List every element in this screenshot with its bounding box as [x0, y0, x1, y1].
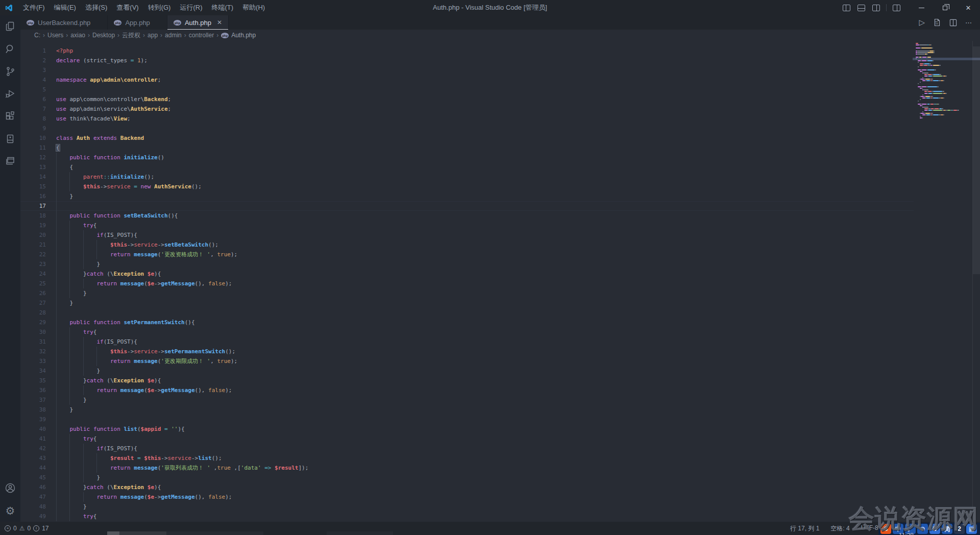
- toggle-sidebar-icon[interactable]: [843, 5, 850, 11]
- menu-item[interactable]: 编辑(E): [50, 0, 81, 15]
- menu-item[interactable]: 运行(R): [175, 0, 207, 15]
- run-code-icon[interactable]: 01 10: [933, 18, 941, 27]
- minimap-chip: [943, 98, 944, 99]
- token: ->: [100, 183, 107, 190]
- line-number: 35: [20, 376, 46, 385]
- line-number: 43: [20, 453, 46, 463]
- vscode-window: 文件(F)编辑(E)选择(S)查看(V)转到(G)运行(R)终端(T)帮助(H)…: [0, 0, 980, 535]
- line-number: 49: [20, 512, 46, 521]
- minimap-chip: [922, 104, 926, 105]
- breadcrumb-item[interactable]: Desktop: [92, 32, 115, 39]
- indent-guide: [69, 482, 70, 492]
- breadcrumb-item[interactable]: 云授权: [122, 31, 140, 40]
- toggle-secondary-sidebar-icon[interactable]: [872, 5, 880, 11]
- cursor-position[interactable]: 行 17, 列 1: [790, 524, 819, 533]
- editor-actions: ▷ 01 10 ⋯: [919, 15, 980, 30]
- tab-Auth.php[interactable]: phpAuth.php✕: [167, 15, 229, 30]
- minimap-chip: [933, 76, 942, 77]
- breadcrumb-item[interactable]: C:: [34, 32, 40, 39]
- line-number: 48: [20, 502, 46, 512]
- indentation-setting[interactable]: 空格: 4: [830, 524, 849, 533]
- breadcrumb-item[interactable]: controller: [189, 32, 214, 39]
- menu-item[interactable]: 终端(T): [207, 0, 238, 15]
- run-icon[interactable]: ▷: [919, 18, 925, 27]
- token: message: [120, 387, 144, 394]
- customize-layout-icon[interactable]: [893, 5, 900, 11]
- minimap-chip: [927, 54, 928, 55]
- breadcrumb-item[interactable]: axiao: [70, 32, 85, 39]
- run-debug-icon[interactable]: [0, 83, 20, 105]
- editor-group-icon[interactable]: [0, 150, 20, 173]
- code-line: 10class Auth extends Backend: [20, 133, 914, 143]
- minimap-chip: [935, 108, 938, 109]
- minimap-chip: [922, 117, 923, 118]
- minimap-chip: [926, 98, 930, 99]
- tab-close-icon[interactable]: ✕: [217, 19, 222, 26]
- token: }: [83, 503, 87, 510]
- token: Exception: [114, 484, 144, 491]
- token: return: [110, 358, 131, 364]
- code-editor[interactable]: 1<?php2declare (strict_types = 1);34name…: [20, 41, 980, 522]
- line-content: return message($e->getMessage(), false);: [46, 492, 914, 502]
- encoding-setting[interactable]: UTF-8: [861, 524, 878, 533]
- notebook-icon[interactable]: [0, 128, 20, 150]
- line-number: 14: [20, 172, 46, 182]
- split-editor-icon[interactable]: [949, 19, 957, 27]
- minimize-button[interactable]: [910, 0, 933, 15]
- breadcrumb-item[interactable]: app: [148, 32, 158, 39]
- breadcrumb-file[interactable]: phpAuth.php: [221, 32, 256, 39]
- code-line: 18 public function setBetaSwitch(){: [20, 211, 914, 221]
- line-content: parent::initialize();: [46, 172, 914, 182]
- indent-guide: [56, 182, 57, 191]
- token: parent: [83, 174, 104, 180]
- breadcrumb-item[interactable]: admin: [165, 32, 182, 39]
- breadcrumb-separator: ›: [41, 32, 46, 39]
- source-control-icon[interactable]: [0, 60, 20, 83]
- menu-item[interactable]: 查看(V): [112, 0, 143, 15]
- minimap-line: [916, 76, 973, 77]
- code-line: 21 $this->service->setBetaSwitch();: [20, 240, 914, 250]
- token: if: [96, 445, 103, 452]
- breadcrumb: C:›Users›axiao›Desktop›云授权›app›admin›con…: [20, 30, 980, 41]
- close-button[interactable]: ✕: [957, 0, 980, 15]
- menu-item[interactable]: 文件(F): [18, 0, 50, 15]
- line-content: $this->service = new AuthService();: [46, 182, 914, 191]
- indent-guide: [83, 279, 84, 288]
- line-content: return message('更改资格成功！ ', true);: [46, 250, 914, 259]
- menu-item[interactable]: 选择(S): [81, 0, 112, 15]
- breadcrumb-item[interactable]: Users: [47, 32, 63, 39]
- line-number: 33: [20, 356, 46, 366]
- code-line: 7use app\admin\service\AuthService;: [20, 104, 914, 114]
- token: );: [141, 57, 148, 64]
- extensions-icon[interactable]: [0, 105, 20, 128]
- problems-status[interactable]: × 0 ⚠ 0 i 17: [0, 525, 49, 532]
- more-actions-icon[interactable]: ⋯: [965, 19, 972, 27]
- gear-icon[interactable]: ⚙: [0, 499, 20, 522]
- token: ();: [208, 241, 218, 248]
- token: Auth: [77, 135, 90, 141]
- indent-guide: [56, 434, 57, 444]
- menu-item[interactable]: 帮助(H): [238, 0, 270, 15]
- minimap-chip: [943, 80, 944, 81]
- line-number: 9: [20, 124, 46, 133]
- line-content: public function initialize(): [46, 153, 914, 162]
- line-content: if(IS_POST){: [46, 444, 914, 453]
- menu-item[interactable]: 转到(G): [143, 0, 176, 15]
- account-icon[interactable]: [0, 477, 20, 499]
- vertical-scrollbar[interactable]: [973, 46, 980, 274]
- indent-guide: [56, 308, 57, 318]
- line-content: [46, 85, 914, 94]
- explorer-icon[interactable]: [0, 15, 20, 38]
- minimap[interactable]: [916, 43, 973, 119]
- toggle-panel-icon[interactable]: [857, 5, 865, 11]
- minimap-chip: [928, 74, 932, 75]
- token: ){: [154, 271, 161, 277]
- search-icon[interactable]: [0, 38, 20, 60]
- minimap-line: [916, 77, 973, 78]
- line-content: }: [46, 405, 914, 415]
- restore-button[interactable]: [933, 0, 957, 15]
- minimap-chip: [922, 77, 923, 78]
- token: $e: [148, 484, 154, 491]
- tab-UserBackend.php[interactable]: phpUserBackend.php✕: [20, 15, 108, 30]
- tab-App.php[interactable]: phpApp.php✕: [108, 15, 167, 30]
